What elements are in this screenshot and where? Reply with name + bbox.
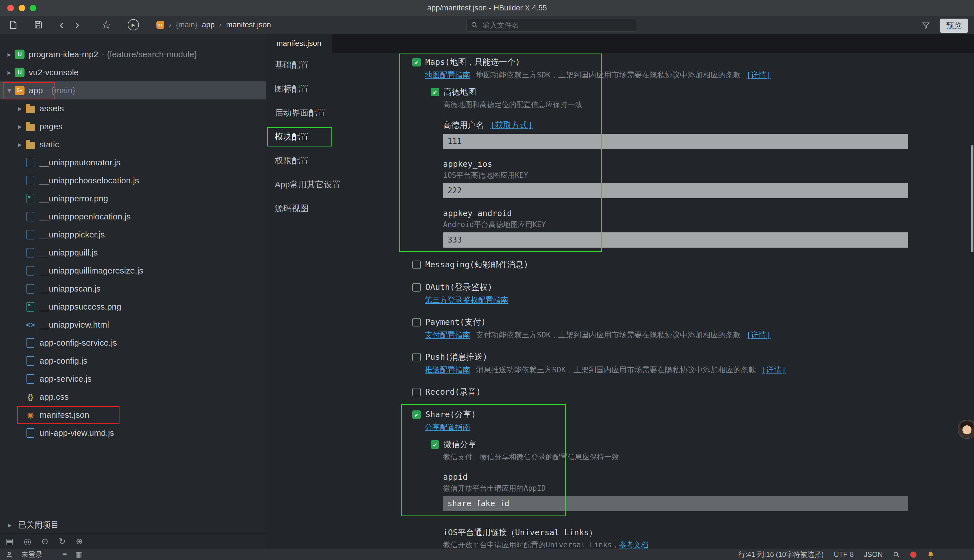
share-checkbox[interactable]: ✔ <box>412 410 421 419</box>
tree-item-static[interactable]: ▸static <box>0 135 266 153</box>
tree-item-pages[interactable]: ▸pages <box>0 117 266 135</box>
run-icon[interactable]: ▶ <box>128 19 139 30</box>
tree-item-__uniapperror.png[interactable]: __uniapperror.png <box>0 190 266 208</box>
tree-item-__uniappchooselocation.js[interactable]: __uniappchooselocation.js <box>0 172 266 190</box>
appkey_android-input[interactable]: 333 <box>443 232 908 248</box>
breadcrumb-project[interactable]: app <box>202 20 215 29</box>
encoding-indicator[interactable]: UTF-8 <box>834 550 854 558</box>
doc-link[interactable]: 地图配置指南 <box>425 70 470 80</box>
nav-item-2[interactable]: 启动界面配置 <box>266 101 407 125</box>
breadcrumb-file[interactable]: manifest.json <box>226 20 271 29</box>
filter-icon[interactable] <box>922 22 930 30</box>
tree-item-assets[interactable]: ▸assets <box>0 100 266 117</box>
detail-link[interactable]: [详情] <box>747 330 771 340</box>
tree-item-__uniappscan.js[interactable]: __uniappscan.js <box>0 280 266 298</box>
preview-button[interactable]: 预览 <box>940 18 968 33</box>
main-toolbar: ‹ › ☆ ▶ 5+ › {main} app › manifest.json … <box>0 16 974 34</box>
nav-item-0[interactable]: 基础配置 <box>266 53 407 77</box>
appkey_ios-input[interactable]: 222 <box>443 183 908 198</box>
高德用户名-input[interactable]: 111 <box>443 134 908 149</box>
record-status-icon[interactable] <box>910 552 917 558</box>
search-input[interactable] <box>479 20 636 30</box>
chevron-down-icon[interactable]: ▾ <box>4 86 15 95</box>
push-checkbox[interactable] <box>412 353 421 362</box>
payment-checkbox[interactable] <box>412 318 421 327</box>
tree-item-__uniappautomator.js[interactable]: __uniappautomator.js <box>0 153 266 172</box>
detail-link[interactable]: [详情] <box>747 70 771 80</box>
maximize-window-button[interactable] <box>30 5 37 11</box>
editor-scrollbar[interactable] <box>971 145 974 252</box>
messaging-checkbox[interactable] <box>412 260 421 269</box>
share-child-checkbox[interactable]: ✔ <box>430 440 439 449</box>
minimize-window-button[interactable] <box>18 5 25 11</box>
child-fields: 高德用户名[获取方式]111appkey_iosiOS平台高德地图应用KEY22… <box>443 120 974 248</box>
nav-item-label: 权限配置 <box>275 155 309 167</box>
tree-item-uni-app-view.umd.js[interactable]: uni-app-view.umd.js <box>0 424 266 442</box>
tree-item-app-service.js[interactable]: app-service.js <box>0 370 266 388</box>
syntax-indicator[interactable]: JSON <box>864 550 883 558</box>
chevron-right-icon[interactable]: ▸ <box>15 140 25 149</box>
tree-item-__uniappopenlocation.js[interactable]: __uniappopenlocation.js <box>0 208 266 226</box>
file-search-box[interactable] <box>467 18 636 32</box>
doc-link[interactable]: 第三方登录鉴权配置指南 <box>425 295 509 305</box>
nav-item-5[interactable]: App常用其它设置 <box>266 173 407 197</box>
tree-item-label: app-config.js <box>40 356 87 366</box>
tree-item-app[interactable]: ▾5+app- {main} <box>0 82 266 100</box>
tab-manifest-json[interactable]: manifest.json <box>266 34 332 53</box>
tree-item-__uniappquill.js[interactable]: __uniappquill.js <box>0 244 266 262</box>
chevron-right-icon[interactable]: ▸ <box>15 122 25 131</box>
appid-input[interactable]: share_fake_id <box>443 496 908 511</box>
nav-item-6[interactable]: 源码视图 <box>266 197 407 220</box>
chevron-right-icon[interactable]: ▸ <box>4 68 15 77</box>
doc-link[interactable]: 支付配置指南 <box>425 330 470 340</box>
tree-item-__uniapppicker.js[interactable]: __uniapppicker.js <box>0 226 266 244</box>
chevron-right-icon[interactable]: ▸ <box>15 104 25 113</box>
field-help-link[interactable]: [获取方式] <box>490 120 533 131</box>
tree-item-__uniappview.html[interactable]: <>__uniappview.html <box>0 316 266 334</box>
console-icon[interactable]: ▤ <box>6 536 13 546</box>
outline-icon[interactable]: ≡ <box>62 550 67 559</box>
tree-item-__uniappquillimageresize.js[interactable]: __uniappquillimageresize.js <box>0 262 266 280</box>
tree-item-iconbox: ◉ <box>25 410 35 420</box>
record-checkbox[interactable] <box>412 388 421 396</box>
field-label-row: 高德用户名[获取方式] <box>443 120 974 131</box>
breadcrumb-branch[interactable]: {main} <box>176 20 198 29</box>
settings-icon[interactable]: ⊕ <box>76 536 83 546</box>
zoom-icon[interactable] <box>893 551 900 558</box>
tree-item-label: app-config-service.js <box>40 338 117 348</box>
tree-item-vu2-vconsole[interactable]: ▸Uvu2-vconsole <box>0 63 266 82</box>
nav-item-3[interactable]: 模块配置 <box>266 125 407 149</box>
debug-icon[interactable]: ⊙ <box>42 536 48 546</box>
sync-icon[interactable]: ↻ <box>58 536 66 546</box>
new-file-icon[interactable] <box>8 20 18 30</box>
tree-item-app-config-service.js[interactable]: app-config-service.js <box>0 334 266 352</box>
tree-item-program-idea-mp2[interactable]: ▸Uprogram-idea-mp2- {feature/search-modu… <box>0 45 266 63</box>
bell-icon[interactable] <box>927 551 934 558</box>
save-icon[interactable] <box>33 20 43 30</box>
star-icon[interactable]: ☆ <box>101 19 111 30</box>
tree-item-__uniappsuccess.png[interactable]: __uniappsuccess.png <box>0 298 266 316</box>
detail-link[interactable]: [详情] <box>762 365 786 375</box>
tree-item-app-config.js[interactable]: app-config.js <box>0 352 266 370</box>
login-status[interactable]: 未登录 <box>22 550 43 559</box>
preview-panel-icon[interactable]: ◎ <box>24 536 31 546</box>
doc-link[interactable]: 分享配置指南 <box>425 422 470 432</box>
nav-item-4[interactable]: 权限配置 <box>266 149 407 173</box>
maps-checkbox[interactable]: ✔ <box>412 58 421 67</box>
chevron-right-icon[interactable]: ▸ <box>4 50 15 59</box>
closed-projects-section[interactable]: ▸ 已关闭项目 <box>0 517 266 533</box>
image-preview-icon[interactable]: ▥ <box>75 550 83 559</box>
image-file-icon <box>27 194 34 203</box>
doc-link[interactable]: 推送配置指南 <box>425 365 470 375</box>
oauth-checkbox[interactable] <box>412 283 421 292</box>
close-window-button[interactable] <box>7 5 14 11</box>
forward-icon[interactable]: › <box>75 19 79 31</box>
child-label: 微信分享 <box>444 439 476 450</box>
extra-hint-link[interactable]: 参考文档 <box>619 540 649 549</box>
back-icon[interactable]: ‹ <box>60 19 63 31</box>
maps-child-checkbox[interactable]: ✔ <box>430 88 439 96</box>
tree-item-app.css[interactable]: {}app.css <box>0 388 266 406</box>
nav-item-1[interactable]: 图标配置 <box>266 77 407 101</box>
cursor-position[interactable]: 行:41 列:16 (10字符被选择) <box>739 550 824 559</box>
tree-item-manifest.json[interactable]: ◉manifest.json <box>0 406 266 424</box>
